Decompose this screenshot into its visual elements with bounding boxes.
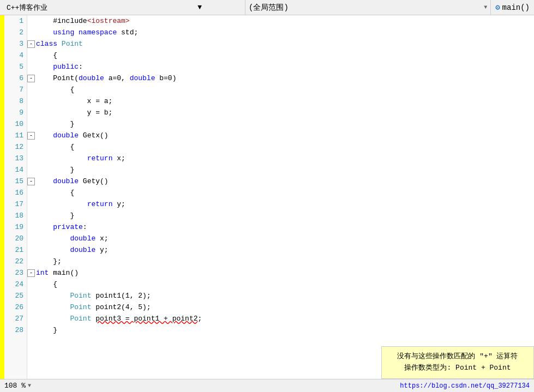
code-line-23: -int main() <box>27 267 534 279</box>
code-line-16: { <box>27 187 534 198</box>
code-line-11: - double Getx() <box>27 130 534 141</box>
code-line-4: { <box>27 50 534 61</box>
collapse-btn-3[interactable]: - <box>27 40 35 48</box>
code-line-10: } <box>27 118 534 130</box>
zoom-dropdown-arrow: ▼ <box>28 383 31 389</box>
line-number-5: 5 <box>4 61 27 73</box>
line-number-20: 20 <box>4 233 27 244</box>
line-number-7: 7 <box>4 84 27 95</box>
error-line1: 没有与这些操作数匹配的 "+" 运算符 <box>391 351 525 363</box>
line-number-13: 13 <box>4 153 27 164</box>
code-line-8: x = a; <box>27 95 534 107</box>
code-line-13: return x; <box>27 153 534 164</box>
code-line-19: private: <box>27 221 534 233</box>
gear-icon: ⚙ <box>495 3 500 12</box>
code-line-14: } <box>27 164 534 176</box>
line-number-12: 12 <box>4 141 27 153</box>
line-number-16: 16 <box>4 187 27 198</box>
line-number-25: 25 <box>4 290 27 301</box>
code-line-21: double y; <box>27 244 534 256</box>
zoom-control[interactable]: 108 % ▼ <box>4 382 31 390</box>
code-line-2: using namespace std; <box>27 27 534 38</box>
collapse-btn-6[interactable]: - <box>27 75 35 82</box>
line-numbers: 1234567891011121314151617181920212223242… <box>4 15 27 379</box>
line-number-26: 26 <box>4 301 27 313</box>
line-number-27: 27 <box>4 313 27 324</box>
error-line2: 操作数类型为: Point + Point <box>391 363 525 374</box>
code-line-25: Point point1(1, 2); <box>27 290 534 301</box>
code-line-15: - double Gety() <box>27 176 534 187</box>
file-label: C++博客作业 <box>7 3 47 13</box>
line-number-1: 1 <box>4 15 27 27</box>
line-number-18: 18 <box>4 210 27 221</box>
code-line-28: } <box>27 324 534 336</box>
code-line-24: { <box>27 279 534 290</box>
line-number-2: 2 <box>4 27 27 38</box>
scope-dropdown-arrow: ▼ <box>484 4 487 10</box>
line-number-21: 21 <box>4 244 27 256</box>
line-number-19: 19 <box>4 221 27 233</box>
code-line-5: public: <box>27 61 534 73</box>
code-line-7: { <box>27 84 534 95</box>
toolbar: C++博客作业 ▼ (全局范围) ▼ ⚙ main() <box>0 0 534 15</box>
file-dropdown-arrow: ▼ <box>197 3 202 11</box>
status-url: https://blog.csdn.net/qq_39277134 <box>400 382 530 390</box>
code-line-1: #include<iostream> <box>27 15 534 27</box>
line-number-9: 9 <box>4 107 27 118</box>
code-area[interactable]: #include<iostream> using namespace std;-… <box>27 15 534 379</box>
line-number-10: 10 <box>4 118 27 130</box>
yellow-margin-strip <box>0 15 4 379</box>
code-line-17: return y; <box>27 198 534 210</box>
collapse-btn-15[interactable]: - <box>27 178 35 185</box>
collapse-btn-11[interactable]: - <box>27 132 35 140</box>
line-number-6: 6 <box>4 73 27 84</box>
function-label: main() <box>502 3 530 12</box>
status-bar: 108 % ▼ https://blog.csdn.net/qq_3927713… <box>0 379 534 392</box>
code-line-3: -class Point <box>27 38 534 50</box>
line-number-23: 23 <box>4 267 27 279</box>
zoom-value: 108 % <box>4 382 26 390</box>
code-line-27: Point point3 = point1 + point2; <box>27 313 534 324</box>
code-line-9: y = b; <box>27 107 534 118</box>
editor: 1234567891011121314151617181920212223242… <box>0 15 534 379</box>
scope-dropdown[interactable]: (全局范围) ▼ <box>245 0 491 15</box>
code-line-12: { <box>27 141 534 153</box>
collapse-btn-23[interactable]: - <box>27 269 35 277</box>
scope-label: (全局范围) <box>249 3 289 13</box>
code-line-18: } <box>27 210 534 221</box>
code-line-26: Point point2(4, 5); <box>27 301 534 313</box>
line-number-3: 3 <box>4 38 27 50</box>
code-line-20: double x; <box>27 233 534 244</box>
line-number-4: 4 <box>4 50 27 61</box>
error-tooltip: 没有与这些操作数匹配的 "+" 运算符操作数类型为: Point + Point <box>381 346 534 379</box>
code-line-6: - Point(double a=0, double b=0) <box>27 73 534 84</box>
line-number-8: 8 <box>4 95 27 107</box>
line-number-11: 11 <box>4 130 27 141</box>
code-line-22: }; <box>27 256 534 267</box>
line-number-15: 15 <box>4 176 27 187</box>
line-number-28: 28 <box>4 324 27 336</box>
file-dropdown[interactable]: C++博客作业 ▼ <box>0 0 245 15</box>
line-number-22: 22 <box>4 256 27 267</box>
line-number-24: 24 <box>4 279 27 290</box>
function-section: ⚙ main() <box>491 0 534 15</box>
line-number-14: 14 <box>4 164 27 176</box>
line-number-17: 17 <box>4 198 27 210</box>
